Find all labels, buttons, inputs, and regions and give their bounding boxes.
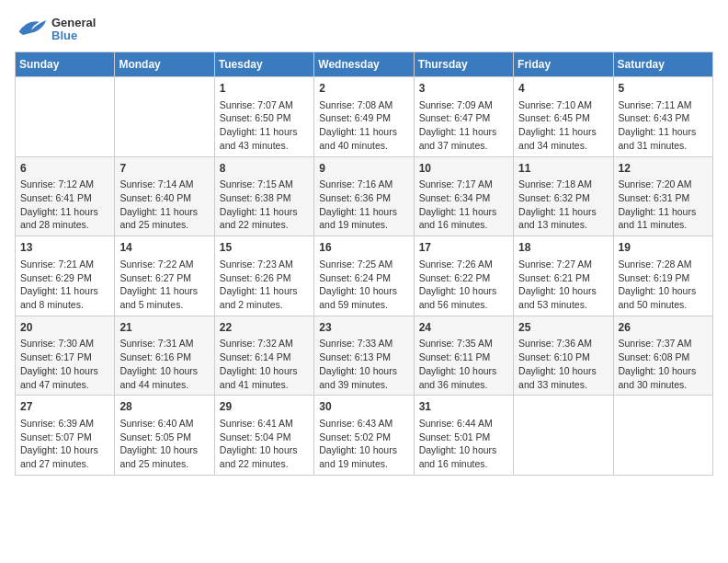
calendar-cell: 3Sunrise: 7:09 AM Sunset: 6:47 PM Daylig…	[414, 77, 513, 157]
day-info: Sunrise: 7:22 AM Sunset: 6:27 PM Dayligh…	[119, 258, 209, 312]
day-info: Sunrise: 7:07 AM Sunset: 6:50 PM Dayligh…	[220, 98, 309, 153]
day-info: Sunrise: 7:31 AM Sunset: 6:16 PM Dayligh…	[119, 337, 209, 391]
calendar-cell: 28Sunrise: 6:40 AM Sunset: 5:05 PM Dayli…	[115, 396, 214, 476]
weekday-header-sunday: Sunday	[16, 52, 115, 77]
day-info: Sunrise: 7:32 AM Sunset: 6:14 PM Dayligh…	[220, 337, 309, 391]
page-header: General Blue	[15, 15, 713, 44]
weekday-header-wednesday: Wednesday	[314, 52, 414, 77]
calendar-cell: 31Sunrise: 6:44 AM Sunset: 5:01 PM Dayli…	[414, 396, 513, 476]
logo-icon	[15, 15, 48, 44]
day-number: 23	[319, 320, 408, 336]
calendar-cell: 20Sunrise: 7:30 AM Sunset: 6:17 PM Dayli…	[16, 316, 115, 396]
day-number: 24	[419, 320, 508, 336]
day-info: Sunrise: 7:33 AM Sunset: 6:13 PM Dayligh…	[319, 337, 408, 391]
calendar-cell: 5Sunrise: 7:11 AM Sunset: 6:43 PM Daylig…	[613, 77, 712, 157]
day-info: Sunrise: 7:15 AM Sunset: 6:38 PM Dayligh…	[220, 178, 309, 232]
day-info: Sunrise: 7:21 AM Sunset: 6:29 PM Dayligh…	[20, 258, 109, 312]
calendar-cell: 6Sunrise: 7:12 AM Sunset: 6:41 PM Daylig…	[16, 156, 115, 236]
calendar-cell: 26Sunrise: 7:37 AM Sunset: 6:08 PM Dayli…	[613, 316, 712, 396]
day-number: 11	[518, 161, 608, 177]
calendar-cell: 25Sunrise: 7:36 AM Sunset: 6:10 PM Dayli…	[514, 316, 613, 396]
day-info: Sunrise: 7:09 AM Sunset: 6:47 PM Dayligh…	[419, 98, 508, 153]
day-info: Sunrise: 7:35 AM Sunset: 6:11 PM Dayligh…	[419, 337, 508, 391]
calendar-cell: 2Sunrise: 7:08 AM Sunset: 6:49 PM Daylig…	[314, 77, 414, 157]
day-info: Sunrise: 7:37 AM Sunset: 6:08 PM Dayligh…	[619, 337, 708, 391]
calendar-cell: 10Sunrise: 7:17 AM Sunset: 6:34 PM Dayli…	[414, 156, 513, 236]
day-number: 29	[220, 399, 309, 415]
day-info: Sunrise: 6:41 AM Sunset: 5:04 PM Dayligh…	[220, 417, 309, 471]
calendar-cell	[16, 77, 115, 157]
day-info: Sunrise: 7:23 AM Sunset: 6:26 PM Dayligh…	[220, 258, 309, 312]
day-number: 6	[20, 161, 109, 177]
weekday-header-monday: Monday	[115, 52, 214, 77]
calendar-week-row: 6Sunrise: 7:12 AM Sunset: 6:41 PM Daylig…	[16, 156, 713, 236]
day-number: 12	[619, 161, 708, 177]
calendar-cell	[613, 396, 712, 476]
day-number: 25	[518, 320, 608, 336]
day-info: Sunrise: 7:36 AM Sunset: 6:10 PM Dayligh…	[518, 337, 608, 391]
calendar-cell: 24Sunrise: 7:35 AM Sunset: 6:11 PM Dayli…	[414, 316, 513, 396]
day-number: 31	[419, 399, 508, 415]
day-number: 16	[319, 240, 408, 256]
day-info: Sunrise: 6:43 AM Sunset: 5:02 PM Dayligh…	[319, 417, 408, 471]
day-number: 4	[518, 81, 608, 97]
logo: General Blue	[15, 15, 96, 44]
day-number: 3	[419, 81, 508, 97]
calendar-cell: 11Sunrise: 7:18 AM Sunset: 6:32 PM Dayli…	[514, 156, 613, 236]
day-number: 9	[319, 161, 408, 177]
day-number: 20	[20, 320, 109, 336]
day-number: 17	[419, 240, 508, 256]
calendar-cell: 21Sunrise: 7:31 AM Sunset: 6:16 PM Dayli…	[115, 316, 214, 396]
calendar-cell: 14Sunrise: 7:22 AM Sunset: 6:27 PM Dayli…	[115, 236, 214, 316]
day-number: 27	[20, 399, 109, 415]
calendar-cell: 13Sunrise: 7:21 AM Sunset: 6:29 PM Dayli…	[16, 236, 115, 316]
day-number: 10	[419, 161, 508, 177]
calendar-cell	[115, 77, 214, 157]
calendar-cell: 4Sunrise: 7:10 AM Sunset: 6:45 PM Daylig…	[514, 77, 613, 157]
weekday-header-thursday: Thursday	[414, 52, 513, 77]
calendar-cell	[514, 396, 613, 476]
day-info: Sunrise: 7:16 AM Sunset: 6:36 PM Dayligh…	[319, 178, 408, 232]
calendar-week-row: 1Sunrise: 7:07 AM Sunset: 6:50 PM Daylig…	[16, 77, 713, 157]
day-number: 5	[619, 81, 708, 97]
calendar-cell: 30Sunrise: 6:43 AM Sunset: 5:02 PM Dayli…	[314, 396, 414, 476]
calendar-cell: 15Sunrise: 7:23 AM Sunset: 6:26 PM Dayli…	[214, 236, 313, 316]
calendar-cell: 19Sunrise: 7:28 AM Sunset: 6:19 PM Dayli…	[613, 236, 712, 316]
calendar-cell: 23Sunrise: 7:33 AM Sunset: 6:13 PM Dayli…	[314, 316, 414, 396]
calendar-table: SundayMondayTuesdayWednesdayThursdayFrid…	[15, 52, 713, 476]
day-number: 28	[119, 399, 209, 415]
day-info: Sunrise: 7:26 AM Sunset: 6:22 PM Dayligh…	[419, 258, 508, 312]
calendar-cell: 7Sunrise: 7:14 AM Sunset: 6:40 PM Daylig…	[115, 156, 214, 236]
calendar-week-row: 13Sunrise: 7:21 AM Sunset: 6:29 PM Dayli…	[16, 236, 713, 316]
weekday-header-friday: Friday	[514, 52, 613, 77]
weekday-header-saturday: Saturday	[613, 52, 712, 77]
day-number: 2	[319, 81, 408, 97]
day-number: 14	[119, 240, 209, 256]
logo-blue-text: Blue	[51, 29, 77, 42]
calendar-cell: 22Sunrise: 7:32 AM Sunset: 6:14 PM Dayli…	[214, 316, 313, 396]
day-info: Sunrise: 7:20 AM Sunset: 6:31 PM Dayligh…	[619, 178, 708, 232]
day-info: Sunrise: 7:14 AM Sunset: 6:40 PM Dayligh…	[119, 178, 209, 232]
day-number: 22	[220, 320, 309, 336]
calendar-cell: 17Sunrise: 7:26 AM Sunset: 6:22 PM Dayli…	[414, 236, 513, 316]
day-number: 18	[518, 240, 608, 256]
day-info: Sunrise: 7:25 AM Sunset: 6:24 PM Dayligh…	[319, 258, 408, 312]
day-number: 1	[220, 81, 309, 97]
day-number: 15	[220, 240, 309, 256]
day-info: Sunrise: 7:17 AM Sunset: 6:34 PM Dayligh…	[419, 178, 508, 232]
calendar-cell: 9Sunrise: 7:16 AM Sunset: 6:36 PM Daylig…	[314, 156, 414, 236]
day-number: 8	[220, 161, 309, 177]
day-number: 21	[119, 320, 209, 336]
day-info: Sunrise: 7:28 AM Sunset: 6:19 PM Dayligh…	[619, 258, 708, 312]
calendar-cell: 12Sunrise: 7:20 AM Sunset: 6:31 PM Dayli…	[613, 156, 712, 236]
day-info: Sunrise: 6:44 AM Sunset: 5:01 PM Dayligh…	[419, 417, 508, 471]
day-info: Sunrise: 6:40 AM Sunset: 5:05 PM Dayligh…	[119, 417, 209, 471]
calendar-cell: 27Sunrise: 6:39 AM Sunset: 5:07 PM Dayli…	[16, 396, 115, 476]
calendar-cell: 8Sunrise: 7:15 AM Sunset: 6:38 PM Daylig…	[214, 156, 313, 236]
day-info: Sunrise: 7:10 AM Sunset: 6:45 PM Dayligh…	[518, 98, 608, 153]
weekday-header-row: SundayMondayTuesdayWednesdayThursdayFrid…	[16, 52, 713, 77]
day-info: Sunrise: 7:12 AM Sunset: 6:41 PM Dayligh…	[20, 178, 109, 232]
calendar-cell: 18Sunrise: 7:27 AM Sunset: 6:21 PM Dayli…	[514, 236, 613, 316]
calendar-cell: 1Sunrise: 7:07 AM Sunset: 6:50 PM Daylig…	[214, 77, 313, 157]
calendar-week-row: 27Sunrise: 6:39 AM Sunset: 5:07 PM Dayli…	[16, 396, 713, 476]
